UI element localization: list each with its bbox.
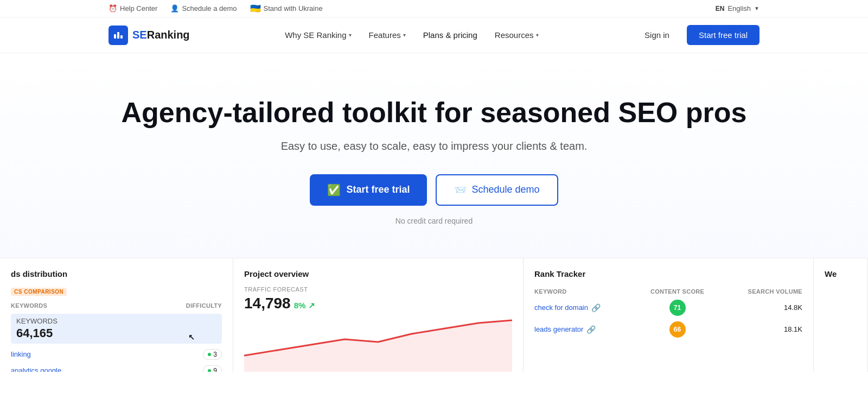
chevron-down-icon: ▼ [754, 5, 760, 11]
kw-row-analytics: analytics google 9 [11, 363, 222, 372]
top-bar: ⏰ Help Center 👤 Schedule a demo 🇺🇦 Stand… [0, 0, 868, 17]
navbar: SERanking Why SE Ranking ▾ Features ▾ Pl… [0, 17, 868, 53]
we-card: We [814, 258, 868, 372]
link-icon-2: 🔗 [586, 325, 596, 334]
diff-value-3: 3 [213, 351, 217, 358]
help-center-label: Help Center [120, 4, 157, 12]
start-free-trial-button[interactable]: ✅ Start free trial [310, 174, 427, 206]
we-title: We [825, 269, 857, 278]
no-credit-card-note: No credit card required [108, 217, 760, 225]
rank-row-check-domain: check for domain 🔗 71 14.8K [534, 297, 802, 319]
checkmark-icon: ✅ [327, 183, 341, 197]
traffic-value: 14,798 [244, 295, 291, 312]
kw-link-analytics[interactable]: analytics google [11, 366, 61, 372]
schedule-demo-label: Schedule a demo [182, 4, 237, 12]
nav-features-label: Features [369, 30, 401, 40]
kw-selected-label: KEYWORDS [16, 317, 216, 325]
hero-subtitle: Easy to use, easy to scale, easy to impr… [108, 140, 760, 153]
keywords-distribution-card: ds distribution CS COMPARISON KEYWORDS D… [0, 258, 233, 372]
nav-links: Why SE Ranking ▾ Features ▾ Plans & pric… [278, 26, 545, 44]
rank-link-leads-generator[interactable]: leads generator [534, 325, 583, 333]
traffic-svg [244, 318, 512, 372]
schedule-demo-link[interactable]: 👤 Schedule a demo [170, 4, 237, 12]
logo-se: SE [132, 29, 147, 41]
signin-button[interactable]: Sign in [634, 25, 680, 45]
chevron-resources-icon: ▾ [536, 32, 539, 38]
start-trial-top-button[interactable]: Start free trial [687, 25, 760, 45]
kw-col-difficulty: DIFFICULTY [134, 300, 222, 311]
lang-code: EN [716, 5, 725, 12]
logo-bars [111, 29, 126, 42]
nav-why-label: Why SE Ranking [285, 30, 346, 40]
logo-bar-3 [120, 35, 123, 39]
nav-plans-label: Plans & pricing [423, 30, 477, 40]
kw-dist-title: ds distribution [11, 269, 222, 278]
language-selector[interactable]: EN English ▼ [716, 4, 760, 12]
link-icon-1: 🔗 [591, 303, 601, 312]
traffic-label: TRAFFIC FORECAST [244, 286, 512, 293]
nav-actions: Sign in Start free trial [634, 25, 760, 45]
top-bar-left: ⏰ Help Center 👤 Schedule a demo 🇺🇦 Stand… [108, 3, 323, 14]
diff-dot-green-2 [208, 369, 211, 372]
schedule-demo-button[interactable]: 📨 Schedule demo [436, 174, 558, 206]
rank-tracker-card: Rank Tracker KEYWORD CONTENT SCORE SEARC… [524, 258, 814, 372]
schedule-demo-label: Schedule demo [471, 184, 539, 195]
traffic-fill [244, 320, 512, 372]
hero-title: Agency-tailored toolkit for seasoned SEO… [108, 97, 760, 129]
rank-link-check-domain[interactable]: check for domain [534, 303, 588, 312]
chevron-features-icon: ▾ [403, 32, 406, 38]
start-trial-label: Start free trial [346, 184, 410, 195]
dashboard-preview: ds distribution CS COMPARISON KEYWORDS D… [0, 258, 868, 372]
logo[interactable]: SERanking [108, 26, 190, 45]
kw-highlight-box: KEYWORDS 64,165 ↖ [11, 314, 222, 344]
score-badge-66: 66 [669, 321, 686, 338]
chevron-why-icon: ▾ [349, 32, 352, 38]
logo-bar-1 [114, 34, 116, 39]
diff-badge-3: 3 [203, 349, 222, 360]
nav-resources-label: Resources [495, 30, 534, 40]
nav-features[interactable]: Features ▾ [362, 26, 412, 44]
rank-col-score: CONTENT SCORE [636, 286, 718, 297]
traffic-row: 14,798 8% ↗ [244, 295, 512, 312]
rank-tracker-title: Rank Tracker [534, 269, 802, 278]
rank-col-volume: SEARCH VOLUME [719, 286, 802, 297]
comparison-badge: CS COMPARISON [11, 288, 67, 296]
rank-row-leads-generator: leads generator 🔗 66 18.1K [534, 319, 802, 340]
ukraine-label: Stand with Ukraine [264, 4, 323, 12]
logo-text: SERanking [132, 29, 190, 41]
ukraine-flag-icon: 🇺🇦 [250, 3, 261, 14]
cursor-icon: ↖ [188, 333, 195, 341]
kw-link-linking[interactable]: linking [11, 350, 31, 358]
score-badge-71: 71 [669, 300, 686, 316]
diff-value-9: 9 [213, 367, 217, 372]
help-center-link[interactable]: ⏰ Help Center [108, 4, 157, 12]
traffic-chart [244, 318, 512, 372]
diff-badge-9: 9 [203, 365, 222, 372]
project-title: Project overview [244, 269, 512, 278]
traffic-pct: 8% ↗ [294, 301, 315, 310]
nav-resources[interactable]: Resources ▾ [488, 26, 545, 44]
kw-highlight-row: KEYWORDS 64,165 ↖ [11, 311, 222, 346]
kw-selected-count: 64,165 ↖ [16, 326, 216, 340]
help-icon: ⏰ [108, 4, 117, 12]
nav-plans-pricing[interactable]: Plans & pricing [417, 26, 484, 44]
logo-icon [108, 26, 128, 45]
up-arrow-icon: ↗ [308, 301, 315, 310]
send-icon: 📨 [454, 184, 466, 196]
ukraine-link[interactable]: 🇺🇦 Stand with Ukraine [250, 3, 323, 14]
logo-bar-2 [117, 32, 119, 39]
kw-col-keywords: KEYWORDS [11, 300, 134, 311]
person-icon: 👤 [170, 4, 179, 12]
kw-table: KEYWORDS DIFFICULTY KEYWORDS 64,165 ↖ [11, 300, 222, 372]
hero-buttons: ✅ Start free trial 📨 Schedule demo [108, 174, 760, 206]
diff-dot-green [208, 353, 211, 356]
project-overview-card: Project overview TRAFFIC FORECAST 14,798… [233, 258, 524, 372]
rank-table: KEYWORD CONTENT SCORE SEARCH VOLUME chec… [534, 286, 802, 340]
kw-row-linking: linking 3 [11, 346, 222, 363]
hero-section: Agency-tailored toolkit for seasoned SEO… [0, 53, 868, 258]
nav-why-se-ranking[interactable]: Why SE Ranking ▾ [278, 26, 358, 44]
lang-label: English [727, 4, 751, 12]
rank-col-keyword: KEYWORD [534, 286, 636, 297]
